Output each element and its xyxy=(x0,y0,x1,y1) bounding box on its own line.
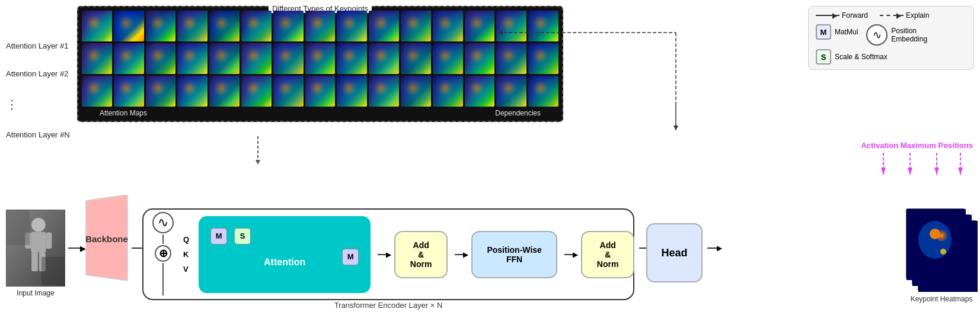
forward-legend: Forward xyxy=(816,11,868,20)
heatmap-cell xyxy=(114,43,144,74)
attention-row-3 xyxy=(82,76,558,107)
heatmap-cell xyxy=(528,76,558,107)
svg-rect-5 xyxy=(46,233,52,249)
head-label: Head xyxy=(661,247,687,259)
matmul-symbol: M xyxy=(816,24,831,40)
svg-point-22 xyxy=(940,249,946,255)
matmul-box-1: M xyxy=(210,228,227,245)
backbone-svg: Backbone xyxy=(83,195,130,281)
heatmap-cell xyxy=(305,11,336,41)
position-embedding-icon: ∿ xyxy=(866,24,888,46)
heatmap-cell xyxy=(82,11,112,41)
heatmap-cell xyxy=(241,43,272,74)
heatmap-cell xyxy=(401,11,431,41)
heatmap-cell xyxy=(114,11,144,41)
heatmap-cell xyxy=(146,11,176,41)
attention-maps-label: Attention Maps xyxy=(100,109,147,117)
arrow-att-addnorm: ▶ xyxy=(378,254,387,255)
q-label: Q xyxy=(183,235,189,244)
backbone-text: Backbone xyxy=(85,234,128,244)
attention-row-2 xyxy=(82,43,558,74)
heatmap-cell xyxy=(82,43,112,74)
heatmap-cell xyxy=(337,76,367,107)
heatmap-cell xyxy=(241,76,272,107)
heatmap-cell xyxy=(114,76,144,107)
layer-labels: Attention Layer #1 Attention Layer #2 ⋮ … xyxy=(6,41,70,139)
svg-rect-6 xyxy=(31,251,38,271)
panel-labels-row: Attention Maps Dependencies xyxy=(82,109,558,117)
add-norm-2-label: Add & Norm xyxy=(597,240,619,269)
head-box: Head xyxy=(646,223,703,282)
input-image-label: Input Image xyxy=(17,289,54,297)
heatmap-cell xyxy=(337,43,367,74)
heatmap-cell xyxy=(465,76,495,107)
arrow-ffn-addnorm2: ▶ xyxy=(564,254,574,255)
encoder-box: ∿ ⊕ Q K V M S M Attention ▶ Add & Norm ▶… xyxy=(142,208,634,300)
explain-arrow-icon xyxy=(880,15,904,16)
position-embedding-circle: ∿ xyxy=(152,212,174,233)
heatmap-cell xyxy=(465,43,495,74)
arrow-addnorm-ffn: ▶ xyxy=(455,254,464,255)
pe-down-arrow xyxy=(162,234,164,244)
forward-arrow-icon xyxy=(816,15,839,16)
heatmap-cell xyxy=(146,76,176,107)
svg-marker-28 xyxy=(908,168,912,175)
heatmap-cell xyxy=(433,43,463,74)
explain-label: Explain xyxy=(906,11,929,20)
heatmap-cell xyxy=(401,76,431,107)
scale-symbol: S xyxy=(816,49,831,65)
heatmap-layer-3 xyxy=(906,208,965,279)
heatmap-cell xyxy=(177,43,208,74)
activation-maximum-positions-label: Activation Maximum Positions xyxy=(861,141,973,150)
pos-embed-area: ∿ ⊕ xyxy=(152,212,174,297)
svg-marker-32 xyxy=(256,160,260,165)
heatmap-cell xyxy=(369,11,399,41)
pe-down-arrow2 xyxy=(162,263,164,295)
matmul-legend: M MatMul xyxy=(816,24,858,40)
heatmap-cell xyxy=(177,76,208,107)
layer2-label: Attention Layer #2 xyxy=(6,69,70,78)
backbone-area: Backbone xyxy=(83,195,130,282)
position-embedding-label: Position Embedding xyxy=(891,27,927,43)
scale-box: S xyxy=(234,228,251,245)
heatmap-cell xyxy=(496,43,526,74)
legend-box: Forward Explain M MatMul ∿ Position Embe… xyxy=(808,6,974,70)
heatmap-cell xyxy=(369,76,399,107)
heatmap-cell xyxy=(209,43,240,74)
attention-maps-panel: Different Types of Keypoints xyxy=(77,6,563,122)
position-embedding-legend: ∿ Position Embedding xyxy=(866,24,927,46)
svg-point-20 xyxy=(918,221,952,259)
position-wise-ffn-box: Position-Wise FFN xyxy=(471,231,557,278)
heatmap-cell xyxy=(273,76,304,107)
heatmap-cell xyxy=(273,43,304,74)
heatmap-cell xyxy=(82,76,112,107)
heatmap-cell xyxy=(528,43,558,74)
heatmap-cell xyxy=(241,11,272,41)
svg-rect-9 xyxy=(42,257,65,286)
heatmap-cell xyxy=(273,11,304,41)
encoder-label: Transformer Encoder Layer × N xyxy=(334,301,443,310)
svg-point-2 xyxy=(31,218,46,232)
person-svg xyxy=(7,210,65,286)
heatmap-cell xyxy=(433,76,463,107)
layer1-label: Attention Layer #1 xyxy=(6,41,70,50)
matmul-label: MatMul xyxy=(835,28,858,36)
qkv-labels: Q K V xyxy=(183,235,189,274)
heatmap-cell xyxy=(209,11,240,41)
heatmap-stack xyxy=(906,208,977,291)
svg-marker-30 xyxy=(958,168,963,175)
keypoint-heatmaps-label: Keypoint Heatmaps xyxy=(911,295,973,303)
svg-marker-29 xyxy=(934,168,939,175)
heatmap-cell xyxy=(496,76,526,107)
heatmap-cell xyxy=(177,11,208,41)
heatmap-cell xyxy=(496,11,526,41)
svg-point-21 xyxy=(930,229,940,239)
svg-marker-27 xyxy=(881,168,886,175)
matmul-box-2: M xyxy=(342,249,359,265)
input-image xyxy=(6,210,65,287)
attention-label: Attention xyxy=(264,257,305,268)
input-image-area: Input Image xyxy=(6,210,65,297)
add-circle: ⊕ xyxy=(155,245,171,262)
scale-label: Scale & Softmax xyxy=(835,53,888,61)
heatmap-cell xyxy=(146,43,176,74)
